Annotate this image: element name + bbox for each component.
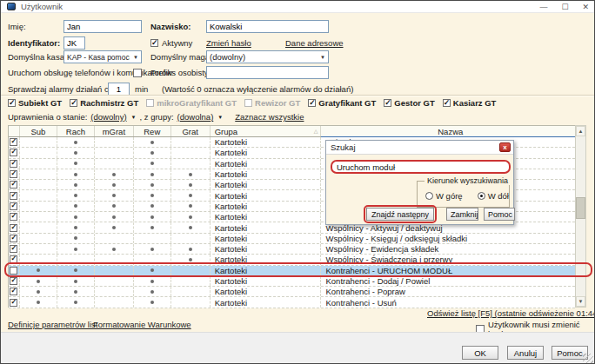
col-header-grat[interactable]: Grat	[171, 126, 211, 136]
chevron-down-icon[interactable]: ▼	[131, 115, 137, 120]
find-next-button[interactable]: Znajdź następny	[366, 208, 434, 221]
minimize-icon[interactable]: —	[539, 1, 547, 13]
cell-grupa: Kartoteki	[211, 202, 322, 211]
cell-grat	[171, 148, 211, 157]
row-checkbox[interactable]	[10, 149, 17, 156]
table-row[interactable]: Kartoteki Wspólnicy - Świadczenia i prze…	[9, 255, 575, 265]
radio-down[interactable]: W dół	[478, 191, 509, 201]
product-checkbox[interactable]	[8, 99, 16, 107]
stan-dropdown[interactable]: (dowolny)	[90, 112, 126, 122]
zaznacz-wszystkie-link[interactable]: Zaznacz wszystkie	[235, 112, 304, 122]
row-checkbox[interactable]	[10, 138, 17, 146]
row-checkbox[interactable]	[10, 202, 17, 210]
telefony-checkbox[interactable]	[133, 69, 142, 77]
scrollbar-thumb[interactable]	[576, 197, 585, 219]
product-checkbox-item[interactable]: Gestor GT	[384, 98, 434, 108]
product-checkbox-item[interactable]: Rewizor GT	[244, 98, 300, 108]
col-header-nazwa[interactable]: Nazwa	[321, 126, 575, 136]
imie-field[interactable]	[64, 20, 142, 33]
product-checkbox-item[interactable]: Subiekt GT	[8, 98, 62, 108]
product-checkbox[interactable]	[244, 99, 252, 107]
row-checkbox[interactable]	[10, 245, 17, 253]
row-checkbox[interactable]	[10, 224, 17, 232]
row-checkbox[interactable]	[10, 192, 17, 200]
cell-sub	[20, 222, 57, 232]
formatowanie-warunkowe-link[interactable]: Formatowanie Warunkowe	[93, 319, 191, 331]
cell-grat	[171, 159, 211, 169]
cell-rach	[57, 212, 95, 222]
odswiez-liste-link[interactable]: Odśwież listę [F5] (ostatnie odświeżenie…	[427, 308, 595, 320]
prefiks-field[interactable]	[206, 66, 329, 79]
close-button[interactable]: Zamknij	[446, 208, 478, 221]
direction-group-label: Kierunek wyszukiwania	[425, 176, 511, 185]
domyslna-kasa-select[interactable]: KAP - Kasa pomocnicza ▼	[64, 50, 142, 63]
dane-adresowe-link[interactable]: Dane adresowe	[285, 37, 344, 50]
row-checkbox[interactable]	[10, 170, 17, 178]
product-checkbox-item[interactable]: Kasiarz GT	[443, 98, 497, 108]
nazwisko-field[interactable]	[206, 20, 329, 33]
table-row[interactable]: Kartoteki Wspólnicy - Ewidencja składek	[9, 244, 575, 255]
search-input[interactable]	[331, 160, 511, 174]
ok-button[interactable]: OK	[462, 346, 498, 360]
close-icon[interactable]: x	[499, 142, 511, 152]
resize-grip[interactable]	[583, 354, 593, 364]
cell-mgrat	[95, 287, 134, 296]
radio-up[interactable]: W górę	[425, 191, 463, 201]
row-checkbox[interactable]	[10, 160, 17, 168]
product-checkbox-item[interactable]: mikroGratyfikant GT	[146, 98, 237, 108]
col-header-rach[interactable]: Rach	[57, 126, 95, 136]
identyfikator-field[interactable]	[64, 36, 85, 50]
row-checkbox[interactable]	[10, 277, 17, 285]
aktywny-checkbox-box[interactable]	[150, 39, 158, 47]
table-row[interactable]: Kartoteki Wspólnicy - Księguj / odksięgu…	[9, 234, 575, 244]
titlebar[interactable]: Użytkownik — ☐ ✕	[1, 1, 594, 13]
cell-nazwa: Kontrahenci - Usuń	[321, 297, 575, 307]
product-checkbox[interactable]	[308, 99, 316, 107]
product-checkbox[interactable]	[443, 99, 451, 107]
cell-sub	[20, 159, 57, 169]
row-checkbox[interactable]	[10, 288, 17, 295]
table-scrollbar[interactable]: ▲ ▼	[575, 125, 586, 308]
search-dialog-titlebar[interactable]: Szukaj x	[326, 141, 513, 155]
row-checkbox[interactable]	[10, 299, 17, 307]
scroll-down-icon[interactable]: ▼	[576, 296, 585, 307]
row-checkbox[interactable]	[10, 235, 17, 242]
alarmy-field[interactable]	[108, 83, 130, 96]
chevron-down-icon[interactable]: ▼	[217, 115, 223, 120]
col-header-grupa[interactable]: Grupa △	[211, 126, 322, 136]
anuluj-button[interactable]: Anuluj	[507, 346, 544, 360]
close-icon[interactable]: ✕	[582, 1, 589, 13]
product-label: mikroGratyfikant GT	[157, 98, 237, 108]
domyslny-magazyn-select[interactable]: (dowolny) ▼	[206, 50, 329, 63]
col-header-check[interactable]	[9, 126, 20, 136]
cell-rach	[57, 244, 95, 254]
aktywny-checkbox[interactable]: Aktywny	[150, 38, 192, 48]
radio-down-circle[interactable]	[478, 192, 485, 200]
radio-up-circle[interactable]	[425, 192, 433, 200]
product-checkbox[interactable]	[70, 99, 77, 107]
row-checkbox[interactable]	[10, 181, 17, 189]
row-checkbox[interactable]	[10, 267, 17, 275]
cell-rach	[57, 255, 95, 264]
product-checkbox[interactable]	[146, 99, 154, 107]
prefiks-label: Prefiks osobisty:	[150, 67, 211, 79]
col-header-rew[interactable]: Rew	[134, 126, 171, 136]
grupa-dropdown[interactable]: (dowolna)	[177, 112, 214, 122]
row-checkbox[interactable]	[10, 213, 17, 221]
help-button[interactable]: Pomoc	[484, 208, 515, 221]
product-checkbox-item[interactable]: Gratyfikant GT	[308, 98, 376, 108]
row-checkbox[interactable]	[10, 255, 17, 263]
table-row[interactable]: Kartoteki Kontrahenci - Dodaj / Powiel	[9, 276, 575, 287]
definicje-parametrow-link[interactable]: Definicje parametrów list	[8, 319, 97, 331]
zmien-haslo-link[interactable]: Zmień hasło	[206, 37, 251, 50]
product-checkbox-item[interactable]: Rachmistrz GT	[70, 98, 138, 108]
product-checkbox[interactable]	[384, 99, 391, 107]
table-row[interactable]: Kartoteki Kontrahenci - Usuń	[9, 297, 575, 308]
table-row[interactable]: Kartoteki Kontrahenci - Popraw	[9, 287, 575, 297]
cell-nazwa: Wspólnicy - Księguj / odksięguj składki	[321, 234, 575, 243]
table-row[interactable]: Kartoteki Kontrahenci - URUCHOM MODUŁ	[9, 266, 575, 276]
col-header-mgrat[interactable]: mGrat	[95, 126, 134, 136]
maximize-icon[interactable]: ☐	[561, 1, 568, 13]
scroll-up-icon[interactable]: ▲	[576, 126, 585, 136]
col-header-sub[interactable]: Sub	[20, 126, 57, 136]
